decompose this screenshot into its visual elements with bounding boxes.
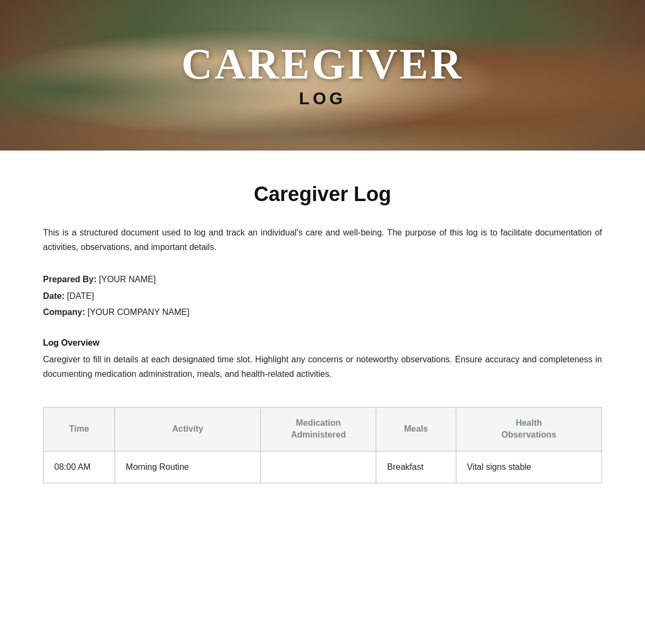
header-time: Time [44, 407, 115, 451]
hero-section: CAREGIVER LOG [0, 0, 645, 151]
company-label: Company: [43, 307, 85, 317]
table-header-row: Time Activity MedicationAdministered Mea… [44, 407, 602, 451]
cell-time: 08:00 AM [44, 451, 115, 483]
prepared-by-value: [YOUR NAME] [99, 275, 156, 284]
header-medication: MedicationAdministered [261, 407, 376, 451]
main-content: Caregiver Log This is a structured docum… [0, 151, 645, 516]
log-table: Time Activity MedicationAdministered Mea… [43, 407, 602, 483]
cell-health: Vital signs stable [456, 451, 601, 483]
company-value: [YOUR COMPANY NAME] [88, 307, 190, 317]
cell-meals: Breakfast [376, 451, 456, 483]
date-label: Date: [43, 291, 64, 300]
intro-paragraph: This is a structured document used to lo… [43, 225, 602, 254]
header-meals: Meals [376, 407, 456, 451]
date-value: [DATE] [67, 291, 94, 300]
header-activity: Activity [115, 407, 261, 451]
hero-text-container: CAREGIVER LOG [182, 42, 464, 109]
hero-title: CAREGIVER [182, 42, 464, 85]
date-line: Date: [DATE] [43, 288, 602, 304]
overview-text: Caregiver to fill in details at each des… [43, 352, 602, 381]
cell-medication [261, 451, 376, 483]
meta-section: Prepared By: [YOUR NAME] Date: [DATE] Co… [43, 271, 602, 320]
table-row: 08:00 AMMorning RoutineBreakfastVital si… [44, 451, 602, 483]
hero-subtitle: LOG [182, 89, 464, 109]
overview-heading: Log Overview [43, 338, 602, 348]
prepared-by-label: Prepared By: [43, 275, 97, 284]
header-health: HealthObservations [456, 407, 601, 451]
document-title: Caregiver Log [43, 183, 602, 206]
cell-activity: Morning Routine [115, 451, 261, 483]
company-line: Company: [YOUR COMPANY NAME] [43, 304, 602, 320]
prepared-by-line: Prepared By: [YOUR NAME] [43, 271, 602, 288]
